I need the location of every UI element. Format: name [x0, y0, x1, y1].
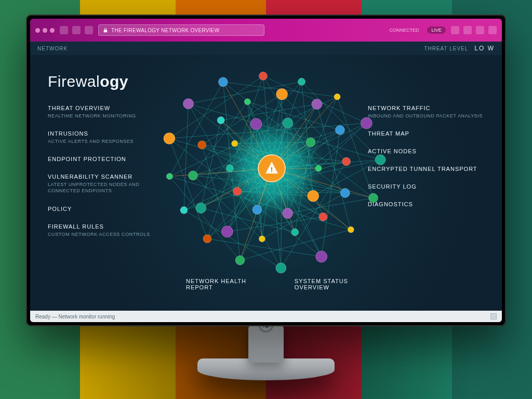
status-tray-icon[interactable] [490, 313, 497, 320]
graph-node[interactable] [283, 208, 293, 219]
app-header-right-value: LO W [474, 45, 495, 52]
graph-node[interactable] [180, 207, 188, 214]
profile-icon[interactable] [476, 26, 484, 34]
label-title: ENCRYPTED TUNNEL TRANSPORT [368, 166, 487, 172]
label-item[interactable]: INTRUSIONSACTIVE ALERTS AND RESPONSES [48, 130, 167, 144]
graph-node[interactable] [308, 190, 319, 202]
status-bar: Ready — Network monitor running [30, 311, 502, 322]
nav-back-icon[interactable] [60, 26, 68, 34]
graph-node[interactable] [291, 229, 299, 236]
address-input[interactable] [111, 28, 260, 33]
network-graph[interactable]: ! [160, 59, 383, 283]
label-title: ENDPOINT PROTECTION [48, 156, 167, 162]
graph-node[interactable] [276, 263, 286, 273]
left-label-list: THREAT OVERVIEWREALTIME NETWORK MONITORI… [48, 105, 167, 249]
svg-line-92 [169, 82, 223, 177]
svg-line-56 [221, 104, 317, 121]
label-title: NETWORK TRAFFIC [368, 105, 487, 111]
graph-node[interactable] [369, 193, 378, 203]
svg-line-68 [322, 130, 340, 257]
graph-node[interactable] [218, 77, 228, 87]
label-subtitle: ACTIVE ALERTS AND RESPONSES [48, 138, 167, 144]
graph-node[interactable] [306, 138, 315, 147]
graph-node[interactable] [196, 203, 206, 213]
label-item[interactable]: THREAT OVERVIEWREALTIME NETWORK MONITORI… [48, 105, 167, 119]
graph-node[interactable] [226, 165, 233, 172]
svg-line-65 [317, 104, 351, 230]
label-title: FIREWALL RULES [48, 223, 167, 230]
graph-node[interactable] [164, 132, 175, 144]
brand-part-a: Firewal [48, 73, 100, 90]
graph-node[interactable] [189, 171, 198, 180]
graph-node[interactable] [221, 226, 233, 237]
address-bar[interactable] [98, 24, 264, 36]
graph-node[interactable] [315, 165, 322, 171]
nav-reload-icon[interactable] [85, 26, 93, 34]
label-title: THREAT OVERVIEW [48, 105, 167, 111]
label-subtitle: REALTIME NETWORK MONITORING [48, 113, 167, 119]
graph-node[interactable] [250, 118, 262, 130]
label-title: DIAGNOSTICS [368, 201, 487, 207]
graph-node[interactable] [252, 205, 262, 215]
graph-node[interactable] [166, 173, 172, 179]
graph-node[interactable] [276, 88, 288, 100]
label-title: VULNERABILITY SCANNER [48, 174, 167, 180]
toolbar-live-pill: LIVE [427, 26, 446, 34]
graph-node[interactable] [348, 227, 354, 233]
svg-line-47 [201, 121, 221, 208]
nav-forward-icon[interactable] [72, 26, 81, 34]
window-controls[interactable] [35, 28, 55, 33]
label-item[interactable]: DIAGNOSTICS [368, 201, 487, 207]
status-text: Ready — Network monitor running [35, 314, 115, 320]
label-item[interactable]: FIREWALL RULESCUSTOM NETWORK ACCESS CONT… [48, 223, 167, 237]
graph-node[interactable] [198, 141, 206, 149]
label-title: POLICY [48, 206, 167, 212]
label-subtitle: CUSTOM NETWORK ACCESS CONTROLS [48, 231, 167, 237]
label-item[interactable]: VULNERABILITY SCANNERLATEST UNPROTECTED … [48, 174, 167, 194]
graph-node[interactable] [235, 256, 245, 265]
label-item[interactable]: ENDPOINT PROTECTION [48, 156, 167, 162]
extension-icon[interactable] [451, 26, 459, 34]
label-item[interactable]: SECURITY LOG [368, 183, 487, 190]
window-close-icon[interactable] [35, 28, 40, 33]
graph-node[interactable] [298, 78, 305, 85]
bookmark-icon[interactable] [463, 26, 472, 34]
monitor-frame: CONNECTED LIVE NETWORK THREAT LEVEL LO W… [26, 15, 506, 326]
lock-icon [103, 28, 108, 33]
label-item[interactable]: NETWORK TRAFFICINBOUND AND OUTBOUND PACK… [368, 105, 487, 119]
toolbar-status-label: CONNECTED [389, 28, 419, 33]
label-subtitle: LATEST UNPROTECTED NODES AND CONNECTED E… [48, 181, 167, 194]
screen: CONNECTED LIVE NETWORK THREAT LEVEL LO W… [30, 19, 502, 322]
graph-node[interactable] [316, 251, 327, 262]
graph-node[interactable] [244, 99, 250, 105]
graph-node[interactable] [319, 212, 327, 221]
window-max-icon[interactable] [50, 28, 55, 33]
graph-node[interactable] [335, 125, 344, 135]
label-item[interactable]: THREAT MAP [368, 130, 487, 137]
graph-node[interactable] [259, 72, 267, 80]
label-item[interactable]: ENCRYPTED TUNNEL TRANSPORT [368, 166, 487, 172]
graph-node[interactable] [259, 236, 265, 242]
app-header: NETWORK THREAT LEVEL LO W [30, 42, 502, 55]
right-label-list: NETWORK TRAFFICINBOUND AND OUTBOUND PACK… [368, 105, 487, 219]
svg-line-89 [184, 104, 189, 210]
graph-node[interactable] [361, 117, 372, 129]
graph-node[interactable] [342, 157, 351, 166]
graph-node[interactable] [217, 117, 224, 124]
graph-node[interactable] [203, 234, 211, 243]
graph-node[interactable] [183, 99, 194, 109]
main-canvas: Firewalogy THREAT OVERVIEWREALTIME NETWO… [30, 55, 502, 311]
window-min-icon[interactable] [43, 28, 47, 33]
graph-node[interactable] [283, 118, 293, 128]
graph-node[interactable] [233, 187, 242, 195]
menu-icon[interactable] [488, 26, 497, 34]
label-item[interactable]: ACTIVE NODES [368, 148, 487, 154]
graph-node[interactable] [340, 188, 350, 197]
graph-node[interactable] [312, 99, 322, 110]
graph-node[interactable] [334, 94, 340, 100]
svg-line-83 [169, 176, 240, 260]
label-item[interactable]: POLICY [48, 206, 167, 212]
graph-node[interactable] [375, 155, 385, 165]
label-title: INTRUSIONS [48, 130, 167, 137]
graph-node[interactable] [232, 140, 238, 147]
